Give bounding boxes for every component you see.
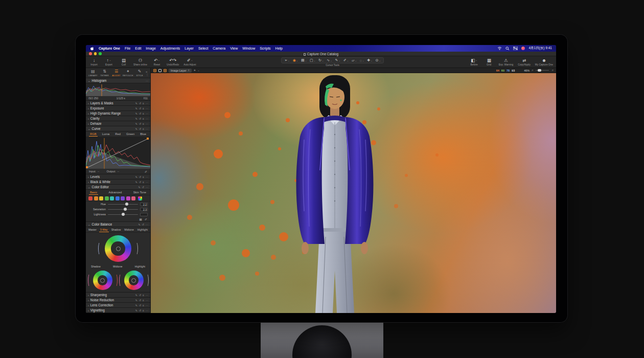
panel-row-black-white[interactable]: ›Black & White✎↺≡⋯ [86, 180, 150, 185]
tool-tab-adjust[interactable]: ☰ADJUST [111, 69, 122, 77]
toolbar-copy-apply-button[interactable]: ⇄Copy/Apply [518, 57, 531, 66]
panel-menu-icon[interactable]: ⋯ [146, 186, 148, 189]
wheel-arc[interactable] [119, 274, 123, 287]
cursor-tool-straighten[interactable]: ∿⌄ [326, 58, 333, 62]
menu-app-name[interactable]: Capture One [99, 47, 120, 50]
menu-layer[interactable]: Layer [185, 47, 194, 50]
tool-tab-style[interactable]: ✎STYLE [134, 69, 145, 77]
presets-icon[interactable]: ≡ [143, 309, 144, 312]
hue-value[interactable]: 2.2 [140, 203, 148, 206]
compare-view-icon[interactable] [153, 69, 156, 72]
view-selected-icon[interactable]: ▦ [139, 217, 142, 221]
reset-icon[interactable]: ↺ [139, 102, 141, 105]
curve-tab-red[interactable]: Red [114, 132, 122, 137]
slider-knob[interactable] [122, 213, 125, 216]
cursor-tool-radial-mask[interactable]: ◌⌄ [359, 59, 365, 62]
color-balance-tab-shadow[interactable]: Shadow [110, 228, 122, 232]
panel-menu-icon[interactable]: ⋯ [146, 107, 148, 110]
curve-tab-rgb[interactable]: RGB [89, 132, 98, 137]
color-editor-tab-basic[interactable]: Basic [89, 190, 98, 195]
toolbar-exp-warning-button[interactable]: ⚠Exp. Warning [499, 57, 514, 66]
cursor-tool-draw-mask[interactable]: ✎⌄ [334, 58, 341, 62]
proof-view-icon[interactable] [164, 69, 167, 72]
slider-knob[interactable] [125, 203, 128, 206]
saturation-value[interactable]: 2.3 [140, 208, 148, 211]
toolbar-undo-redo-button[interactable]: ↶↷Undo/Redo [167, 57, 179, 66]
highlight-color-wheel[interactable] [124, 271, 144, 290]
panel-menu-icon[interactable]: ⋯ [146, 294, 148, 297]
panel-row-clarity[interactable]: ›Clarity✎↺≡⋯ [86, 116, 150, 121]
brush-icon[interactable]: ✎ [135, 181, 137, 184]
curve-tab-blue[interactable]: Blue [139, 132, 147, 137]
tool-tab-tether[interactable]: ⇅TETHER [99, 69, 110, 77]
reset-icon[interactable]: ↺ [139, 175, 141, 178]
midtone-color-wheel[interactable] [105, 235, 131, 262]
curve-tab-green[interactable]: Green [125, 132, 135, 137]
cursor-tool-spot[interactable]: ⊙⌄ [375, 58, 382, 62]
saturation-slider[interactable] [108, 209, 138, 210]
brush-icon[interactable]: ✎ [139, 186, 141, 189]
brush-icon[interactable]: ✎ [135, 175, 137, 178]
brush-icon[interactable]: ✎ [135, 102, 137, 105]
eyedropper-icon[interactable]: ✐ [145, 217, 147, 221]
menu-file[interactable]: File [125, 47, 130, 50]
spotlight-icon[interactable] [505, 47, 510, 51]
menu-adjustments[interactable]: Adjustments [160, 47, 180, 50]
reset-icon[interactable]: ↺ [142, 186, 144, 189]
presets-icon[interactable]: ≡ [143, 112, 144, 115]
shadow-color-wheel[interactable] [93, 271, 112, 290]
brush-icon[interactable]: ✎ [135, 122, 137, 125]
control-center-icon[interactable] [513, 47, 518, 50]
toolbar-export-button[interactable]: ↑⌄Export [104, 57, 114, 66]
hue-slider[interactable] [108, 204, 138, 205]
presets-icon[interactable]: ≡ [143, 122, 144, 125]
menu-edit[interactable]: Edit [135, 47, 141, 50]
copy-icon[interactable]: ✎ [139, 223, 141, 226]
wheel-arc[interactable] [98, 242, 102, 255]
reset-icon[interactable]: ↺ [139, 304, 141, 307]
brush-icon[interactable]: ✎ [135, 294, 137, 297]
color-swatch-7[interactable] [126, 196, 130, 200]
presets-icon[interactable]: ≡ [143, 102, 144, 105]
histogram-header[interactable]: ⌄ Histogram ⋯ [86, 78, 150, 83]
presets-icon[interactable]: ≡ [143, 127, 144, 130]
panel-menu-icon[interactable]: ⋯ [146, 112, 148, 115]
color-balance-tab-highlight[interactable]: Highlight [136, 228, 149, 232]
reset-icon[interactable]: ↺ [139, 117, 141, 120]
cursor-tool-select[interactable]: ➢⌄ [283, 58, 290, 62]
curve-tab-luma[interactable]: Luma [101, 132, 111, 137]
brush-icon[interactable]: ✎ [135, 117, 137, 120]
lightness-value[interactable] [140, 213, 148, 216]
color-swatch-5[interactable] [116, 196, 120, 200]
brush-icon[interactable]: ✎ [135, 304, 137, 307]
color-balance-tab-midtone[interactable]: Midtone [123, 228, 134, 232]
color-balance-tab-3-way[interactable]: 3-Way [99, 228, 109, 232]
panel-row-exposure[interactable]: ›Exposure✎↺≡⋯ [86, 106, 150, 111]
panel-row-levels[interactable]: ›Levels✎↺≡⋯ [86, 174, 150, 180]
reset-icon[interactable]: ↺ [142, 223, 144, 226]
cursor-tool-rotate[interactable]: ↻⌄ [317, 58, 325, 62]
menu-select[interactable]: Select [198, 47, 208, 50]
menu-scripts[interactable]: Scripts [260, 47, 270, 50]
layer-options-chevron-icon[interactable]: ⌄ [198, 69, 199, 72]
add-layer-button[interactable]: + [194, 69, 196, 72]
panel-menu-icon[interactable]: ⋯ [146, 122, 148, 125]
color-swatch-rainbow[interactable] [138, 196, 142, 200]
single-view-icon[interactable] [158, 69, 162, 72]
zoom-out-icon[interactable]: ⌕ [532, 69, 533, 72]
panel-row-noise-reduction[interactable]: ›Noise Reduction✎↺≡⋯ [86, 298, 150, 303]
curve-graph[interactable] [86, 137, 150, 169]
menu-window[interactable]: Window [242, 47, 255, 50]
cursor-tool-pan[interactable]: ◉⌄ [292, 58, 299, 62]
panel-menu-icon[interactable]: ⋯ [146, 79, 148, 82]
toolbar-my-capture-one-button[interactable]: ☻My Capture One [535, 57, 553, 66]
toolbar-share-online-button[interactable]: ⚇Share online [133, 57, 147, 66]
menu-clock[interactable]: 4月1日(水) 9:41 [528, 46, 552, 51]
brush-icon[interactable]: ✎ [135, 107, 137, 110]
reset-icon[interactable]: ↺ [139, 107, 141, 110]
reset-icon[interactable]: ↺ [139, 309, 141, 312]
color-balance-tab-master[interactable]: Master [87, 228, 98, 232]
reset-icon[interactable]: ↺ [139, 294, 141, 297]
wheel-arc[interactable] [114, 274, 118, 287]
curve-header[interactable]: ⌄ Curve ✎↺≡⋯ [86, 126, 150, 131]
